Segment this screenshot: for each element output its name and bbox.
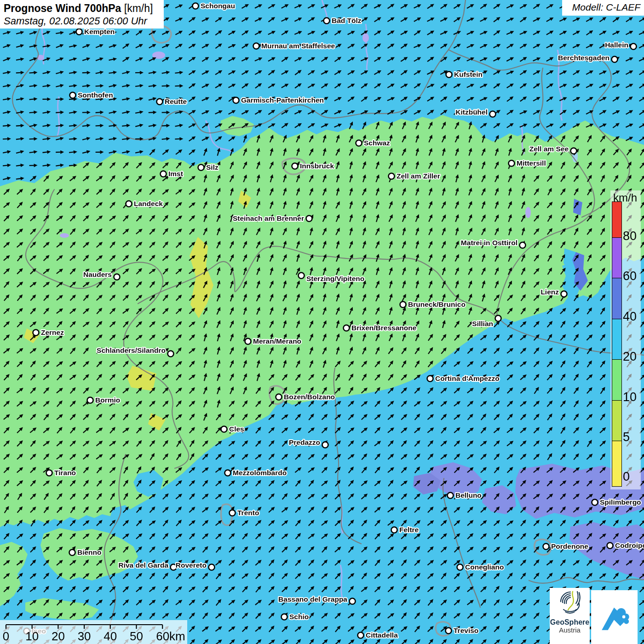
city-label: Sillian [472, 320, 493, 328]
city: Meran/Merano [245, 337, 302, 345]
city-label: Landeck [134, 200, 163, 207]
city-label: Steinach am Brenner [233, 214, 304, 222]
map-title-unit: [km/h] [124, 2, 153, 14]
city: Trento [230, 509, 259, 517]
city: Riva del Garda [118, 561, 176, 570]
city-label: Zell am See [529, 145, 569, 153]
city-marker [161, 171, 167, 177]
city-label: Kitzbühel [455, 108, 488, 116]
city-marker [350, 598, 356, 604]
city-marker [306, 216, 312, 222]
model-label: Modell: C-LAEF [562, 0, 644, 16]
city: Murnau am Staffelsee [253, 42, 335, 50]
city: Tirano [46, 469, 76, 477]
city: Schio [282, 613, 309, 621]
city-label: Predazzo [289, 438, 320, 446]
legend-segment-80+ [612, 202, 621, 238]
legend-tick-label: 5 [623, 430, 630, 444]
city-marker [356, 140, 362, 146]
city-marker [391, 527, 397, 533]
city-marker [561, 291, 567, 297]
geosphere-logo-box: GeoSphere Austria [550, 588, 590, 644]
scalebar-ruler: 0102030405060km [0, 620, 187, 644]
city-marker [446, 72, 452, 78]
city-marker [225, 470, 231, 476]
city-marker [520, 242, 526, 248]
city-marker [631, 44, 637, 50]
city: Bruneck/Brunico [400, 300, 466, 308]
city-label: Sonthofen [78, 91, 113, 99]
geosphere-contours-icon [556, 588, 584, 616]
legend-segment-60-80 [612, 238, 621, 278]
city-marker [324, 18, 330, 24]
city-label: Conegliano [465, 563, 504, 571]
city: Imst [161, 170, 183, 178]
legend-segment-10-20 [612, 360, 621, 401]
wind-speed-legend: km/h 806040201050 [610, 190, 641, 489]
city-label: Codroipo [615, 541, 644, 549]
legend-tick-label: 0 [623, 470, 630, 484]
city-marker [198, 165, 204, 171]
city: Treviso [446, 627, 479, 634]
city-label: Cittadella [366, 631, 398, 639]
city-label: Treviso [454, 627, 478, 634]
city-marker [509, 161, 515, 167]
city: Bassano del Grappa [278, 595, 355, 604]
map-scalebar: 0102030405060km [0, 620, 187, 644]
city-marker [76, 29, 82, 35]
city: Zernez [33, 328, 64, 336]
city-marker [543, 544, 549, 550]
city-label: Tirano [54, 469, 76, 477]
legend-segment-0-5 [612, 441, 621, 486]
city-marker [571, 148, 577, 154]
city-label: Cles [229, 425, 244, 433]
city-marker [427, 376, 433, 382]
city-label: Riva del Garda [118, 561, 168, 569]
city-label: Innsbruck [300, 162, 334, 170]
city: Steinach am Brenner [233, 214, 312, 222]
city-label: Bad Tölz [332, 17, 362, 24]
city: Brixen/Bressanone [344, 324, 417, 332]
city-marker [221, 426, 227, 432]
city-marker [457, 564, 463, 570]
scalebar-label: 10 [25, 629, 39, 643]
map-title: Prognose Wind 700hPa [km/h] [4, 2, 160, 15]
city-label: Hallein [605, 41, 628, 49]
legend-tick-label: 10 [623, 390, 637, 404]
city-marker [157, 99, 163, 105]
map-title-box: Prognose Wind 700hPa [km/h] Samstag, 02.… [0, 0, 164, 29]
city-marker [292, 163, 298, 169]
city-marker [322, 442, 328, 448]
scalebar-label: 30 [78, 629, 91, 643]
city-marker [193, 3, 199, 9]
geosphere-name: GeoSphere [550, 618, 590, 626]
city: Garmisch-Partenkirchen [233, 96, 324, 104]
map-title-bold: Prognose Wind 700hPa [4, 2, 121, 14]
legend-segment-40-60 [612, 278, 621, 319]
city-marker [168, 351, 174, 357]
city-label: Schongau [201, 2, 235, 10]
city-marker [358, 632, 364, 638]
scalebar-label: 60km [156, 629, 185, 643]
city-label: Kempten [84, 28, 115, 35]
city-label: Bienno [77, 548, 102, 556]
partner-logo-box [591, 590, 638, 644]
city-marker [233, 98, 239, 104]
city: Feltre [391, 526, 419, 534]
city: Silz [198, 163, 218, 171]
city: Cles [221, 425, 244, 433]
city-label: Bozen/Bolzano [284, 393, 335, 401]
city: Bormio [87, 396, 121, 404]
city-label: Rovereto [176, 561, 207, 569]
city-marker [87, 397, 93, 403]
scalebar-label: 50 [130, 629, 143, 643]
city-marker [446, 628, 452, 634]
city: Reutte [157, 98, 187, 105]
city-label: Nauders [83, 270, 112, 278]
scalebar-label: 40 [104, 629, 117, 643]
city-label: Pordenone [551, 542, 588, 550]
city-marker [400, 302, 406, 308]
city-marker [114, 274, 120, 280]
city-marker [282, 614, 288, 620]
city-label: Spilimbergo [600, 498, 641, 506]
